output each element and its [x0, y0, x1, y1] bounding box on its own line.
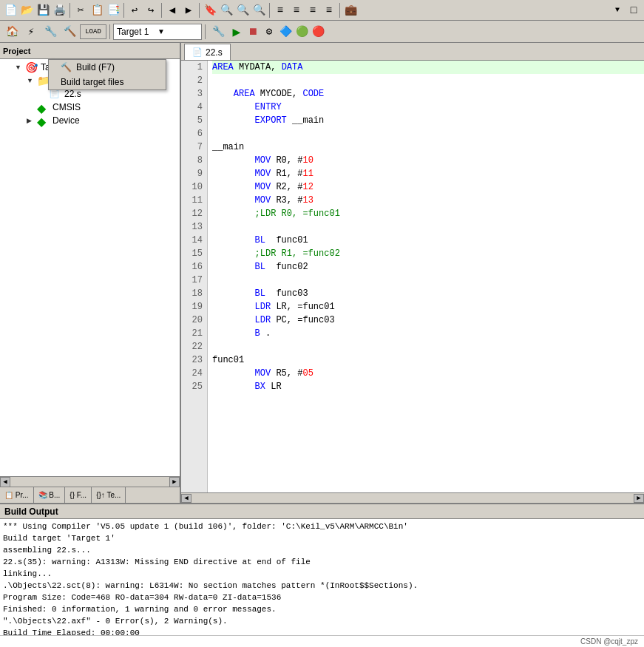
indent2-icon[interactable]: ≡: [289, 3, 304, 18]
scroll-right-btn[interactable]: ▶: [169, 477, 180, 487]
cut-icon[interactable]: ✂️: [73, 3, 88, 18]
build-f7-menuitem[interactable]: 🔨 Build (F7): [49, 60, 166, 75]
project-tree: ▼ 🎯 Target 1 ▼ 📁 Source Group 1 📄 22.s: [0, 59, 180, 476]
search2-icon[interactable]: 🔍: [235, 3, 250, 18]
code-line-6: [212, 127, 644, 140]
code-line-15: ;LDR R1, =func02: [212, 247, 644, 260]
panel-bottom-tabs: 📋 Pr... 📚 B... {} F... {}↑ Te...: [0, 487, 180, 503]
code-line-18: BL func03: [212, 287, 644, 300]
indent3-icon[interactable]: ≡: [305, 3, 320, 18]
code-line-20: LDR PC, =func03: [212, 314, 644, 327]
indent4-icon[interactable]: ≡: [322, 3, 336, 18]
code-h-scroll[interactable]: ◀ ▶: [181, 492, 644, 503]
code-line-24: MOV R5, #05: [212, 367, 644, 380]
cmsis-icon: ◆: [37, 101, 50, 113]
debug3-icon[interactable]: 🔴: [311, 24, 325, 39]
code-line-17: [212, 274, 644, 287]
new-file-icon[interactable]: 📄: [3, 3, 18, 18]
build-icon[interactable]: 🔧: [41, 24, 59, 39]
stop-icon[interactable]: ⏹: [245, 24, 260, 39]
code-editor: 📄 22.s 12345 678910 1112131415 161718192…: [181, 43, 644, 503]
home-icon[interactable]: 🏠: [3, 23, 21, 41]
copy-icon[interactable]: 📋: [89, 3, 104, 18]
forward-icon[interactable]: ▶: [181, 3, 196, 18]
expand-cmsis: [27, 104, 37, 111]
build-line-1: *** Using Compiler 'V5.05 update 1 (buil…: [3, 521, 641, 532]
tab-functions[interactable]: {} F...: [65, 487, 92, 503]
build-line-2: Build target 'Target 1': [3, 532, 641, 544]
save-all-icon[interactable]: 🖨️: [52, 3, 67, 18]
paste-icon[interactable]: 📑: [106, 3, 121, 18]
build-line-6: .\Objects\22.sct(8): warning: L6314W: No…: [3, 580, 641, 592]
project-title: Project: [3, 47, 30, 55]
tab-22s-label: 22.s: [206, 47, 223, 58]
build-output-title: Build Output: [4, 507, 58, 517]
dropdown-arrow[interactable]: ▼: [610, 3, 625, 18]
code-area[interactable]: AREA MYDATA, DATA AREA MYCODE, CODE ENTR…: [208, 61, 644, 492]
indent1-icon[interactable]: ≡: [273, 3, 288, 18]
run-icon[interactable]: ▶: [229, 24, 244, 39]
code-line-23: func01: [212, 353, 644, 367]
code-line-25: BX LR: [212, 380, 644, 393]
build-line-8: Finished: 0 information, 1 warning and 0…: [3, 603, 641, 615]
code-scroll-right[interactable]: ▶: [634, 494, 644, 503]
maximize-icon[interactable]: □: [626, 3, 641, 18]
toolbar-top: 📄 📂 💾 🖨️ ✂️ 📋 📑 ↩️ ↪️ ◀ ▶ 🔖 🔍 🔍 🔍 ≡ ≡ ≡ …: [0, 0, 644, 21]
dropdown-icon[interactable]: ▼: [157, 27, 198, 35]
expand-sourcegroup[interactable]: ▼: [27, 77, 37, 84]
tab-icon: 📄: [192, 47, 203, 57]
redo-icon[interactable]: ↪️: [143, 3, 158, 18]
build-footer-text: CSDN @cqjt_zpz: [580, 637, 638, 646]
tree-item-cmsis[interactable]: ◆ CMSIS: [1, 101, 178, 114]
sep6: [339, 3, 340, 18]
sep4: [199, 3, 200, 18]
project-header: Project: [0, 43, 180, 59]
sep2: [123, 3, 124, 18]
context-menu: 🔨 Build (F7) Build target files: [48, 59, 166, 90]
target-icon: 🎯: [25, 61, 38, 73]
tab-projects[interactable]: 📋 Pr...: [0, 487, 34, 503]
h-scrollbar-project[interactable]: ◀ ▶: [0, 476, 180, 487]
build-line-4: 22.s(35): warning: A1313W: Missing END d…: [3, 556, 641, 568]
code-line-4: ENTRY: [212, 101, 644, 114]
code-line-2: [212, 74, 644, 87]
build-line-9: ".\Objects\22.axf" - 0 Error(s), 2 Warni…: [3, 615, 641, 627]
code-line-16: BL func02: [212, 260, 644, 274]
build-output-content[interactable]: *** Using Compiler 'V5.05 update 1 (buil…: [0, 519, 644, 635]
device-label: Device: [52, 115, 80, 126]
scroll-left-btn[interactable]: ◀: [0, 477, 10, 487]
code-content: 12345 678910 1112131415 1617181920 21222…: [181, 61, 644, 492]
expand-22s: [38, 90, 49, 98]
code-line-13: [212, 220, 644, 234]
toolbar-second: 🏠 ⚡ 🔧 🔨 LOAD Target 1 ▼ 🔧 ▶ ⏹ ⚙️ 🔷 🟢 🔴: [0, 21, 644, 43]
code-line-7: __main: [212, 140, 644, 154]
build-target-menuitem[interactable]: Build target files: [49, 75, 166, 89]
open-icon[interactable]: 📂: [19, 3, 34, 18]
debug-icon[interactable]: 🔷: [278, 24, 293, 39]
undo-icon[interactable]: ↩️: [127, 3, 142, 18]
save-icon[interactable]: 💾: [35, 3, 50, 18]
code-line-14: BL func01: [212, 234, 644, 247]
search-icon[interactable]: 🔍: [219, 3, 234, 18]
code-scroll-left[interactable]: ◀: [181, 494, 191, 503]
back-icon[interactable]: ◀: [165, 3, 180, 18]
rebuild-icon[interactable]: 🔨: [61, 24, 78, 39]
tab-books[interactable]: 📚 B...: [34, 487, 66, 503]
template-icon[interactable]: 💼: [343, 3, 358, 18]
sep3: [161, 3, 162, 18]
bookmark-icon[interactable]: 🔖: [203, 3, 217, 18]
tab-templates[interactable]: {}↑ Te...: [92, 487, 126, 503]
code-line-3: AREA MYCODE, CODE: [212, 87, 644, 101]
options-icon[interactable]: 🔧: [209, 24, 228, 39]
expand-device[interactable]: ▶: [27, 117, 37, 124]
tab-22s[interactable]: 📄 22.s: [184, 44, 231, 60]
debug2-icon[interactable]: 🟢: [294, 24, 309, 39]
search3-icon[interactable]: 🔍: [251, 3, 266, 18]
build-icon-menu: 🔨: [61, 62, 72, 72]
tree-item-device[interactable]: ▶ ◆ Device: [1, 114, 178, 127]
expand-target1[interactable]: ▼: [15, 64, 25, 71]
flash-icon[interactable]: ⚡: [22, 24, 40, 39]
target-label: Target 1: [117, 27, 157, 37]
target-selector[interactable]: Target 1 ▼: [113, 24, 202, 40]
connect-icon[interactable]: ⚙️: [262, 24, 277, 39]
